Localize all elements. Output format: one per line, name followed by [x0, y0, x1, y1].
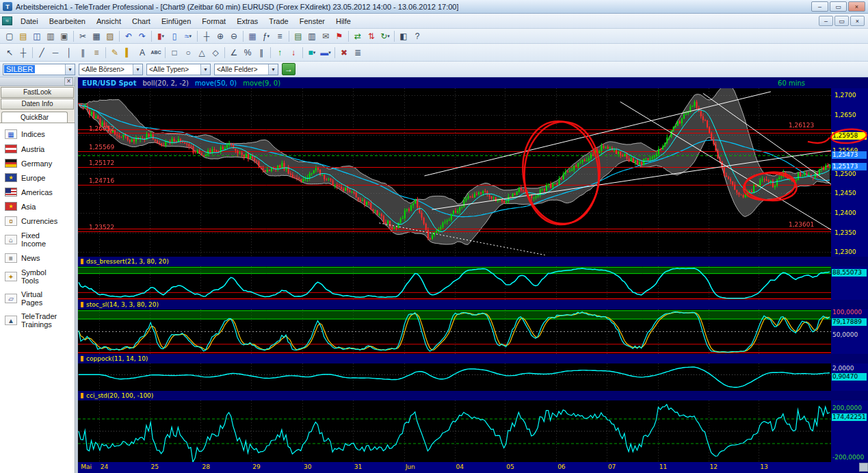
menu-item-chart[interactable]: Chart — [127, 15, 156, 27]
quote-board-icon[interactable]: ▥ — [305, 30, 319, 42]
time-axis[interactable]: Mai242528293031Jun04050607111213 — [78, 462, 868, 473]
connect-icon[interactable]: ⇄ — [351, 30, 365, 42]
refresh-icon[interactable]: ↻▾ — [378, 30, 392, 42]
pencil-tool-icon[interactable]: ✎ — [108, 47, 122, 59]
chevron-down-icon[interactable]: ▾ — [313, 50, 316, 55]
channel-tool-icon[interactable]: ∥ — [76, 47, 90, 59]
type-filter-select[interactable]: <Alle Typen> ▾ — [146, 64, 211, 75]
symbol-search-go-button[interactable]: → — [282, 63, 295, 75]
fastlook-button[interactable]: FastLook — [1, 87, 74, 98]
vertical-line-tool-icon[interactable]: │ — [62, 47, 76, 59]
rectangle-tool-icon[interactable]: □ — [168, 47, 181, 59]
chart-candlestick-icon[interactable]: ▮▾ — [154, 30, 168, 42]
fill-color-icon[interactable]: ■▾ — [305, 47, 319, 59]
quickbar-tab[interactable]: QuickBar — [1, 112, 68, 123]
disconnect-icon[interactable]: ⇅ — [365, 30, 378, 42]
layout-icon[interactable]: ◧ — [397, 30, 410, 42]
redo-icon[interactable]: ↷ — [135, 30, 149, 42]
sidebar-item-asia[interactable]: ★Asia — [0, 199, 75, 214]
chart-area[interactable]: EUR/USD Spot boll(20, 2, -2) move(50, 0)… — [78, 77, 868, 473]
print-preview-icon[interactable]: ▣ — [57, 30, 71, 42]
arrow-down-marker-icon[interactable]: ↓ — [287, 47, 300, 59]
chevron-down-icon[interactable]: ▾ — [189, 34, 192, 39]
open-folder-icon[interactable]: ▤ — [16, 30, 30, 42]
chevron-down-icon[interactable]: ▾ — [267, 34, 270, 39]
close-button[interactable]: × — [848, 1, 865, 12]
parallel-lines-tool-icon[interactable]: ∥ — [254, 47, 268, 59]
chevron-down-icon[interactable]: ▾ — [200, 64, 210, 75]
indicators-icon[interactable]: ƒ▾ — [259, 30, 273, 42]
chevron-down-icon[interactable]: ▾ — [268, 64, 278, 75]
angle-tool-icon[interactable]: ∠ — [227, 47, 241, 59]
resize-grip[interactable] — [859, 463, 868, 472]
new-document-icon[interactable]: ▢ — [3, 30, 16, 42]
sidebar-item-indices[interactable]: ▦Indices — [0, 127, 75, 142]
properties-icon[interactable]: ≣ — [351, 47, 365, 59]
marker-tool-icon[interactable]: ▍ — [122, 47, 135, 59]
pointer-tool-icon[interactable]: ↖ — [3, 47, 16, 59]
undo-icon[interactable]: ↶ — [122, 30, 135, 42]
menu-item-extras[interactable]: Extras — [231, 15, 263, 27]
trend-line-tool-icon[interactable]: ╱ — [35, 47, 49, 59]
watchlist-icon[interactable]: ▤ — [291, 30, 305, 42]
chevron-down-icon[interactable]: ▾ — [65, 64, 75, 75]
menu-item-trade[interactable]: Trade — [263, 15, 293, 27]
chevron-down-icon[interactable]: ▾ — [133, 64, 142, 75]
menu-item-datei[interactable]: Datei — [15, 15, 44, 27]
minimize-button[interactable]: – — [811, 1, 828, 12]
zoom-in-icon[interactable]: ⊕ — [213, 30, 227, 42]
line-color-icon[interactable]: ▬▾ — [319, 47, 332, 59]
help-icon[interactable]: ? — [410, 30, 424, 42]
chevron-down-icon[interactable]: ▾ — [162, 34, 165, 39]
field-filter-select[interactable]: <Alle Felder> ▾ — [214, 64, 278, 75]
mdi-minimize-button[interactable]: – — [819, 16, 833, 26]
triangle-tool-icon[interactable]: △ — [195, 47, 209, 59]
menu-item-format[interactable]: Format — [196, 15, 231, 27]
menu-item-ansicht[interactable]: Ansicht — [91, 15, 127, 27]
sidebar-item-austria[interactable]: Austria — [0, 142, 75, 156]
sidebar-item-currencies[interactable]: ¤Currencies — [0, 214, 75, 229]
crosshair-tool-icon[interactable]: ┼ — [16, 47, 30, 59]
chevron-down-icon[interactable]: ▾ — [387, 34, 390, 39]
menu-item-hilfe[interactable]: Hilfe — [330, 15, 356, 27]
maximize-button[interactable]: ▭ — [830, 1, 847, 12]
object-list-icon[interactable]: ≡ — [273, 30, 287, 42]
save-icon[interactable]: ◫ — [30, 30, 44, 42]
percent-tool-icon[interactable]: % — [241, 47, 254, 59]
delete-object-icon[interactable]: ✖ — [337, 47, 351, 59]
print-icon[interactable]: ▥ — [44, 30, 57, 42]
ellipse-tool-icon[interactable]: ○ — [181, 47, 195, 59]
sidebar-item-americas[interactable]: Americas — [0, 185, 75, 199]
menu-item-einfügen[interactable]: Einfügen — [156, 15, 196, 27]
price-axis[interactable]: 1,27001,26501,26001,25501,25001,24501,24… — [831, 88, 868, 462]
spell-check-icon[interactable]: ABC — [149, 47, 163, 59]
copy-icon[interactable]: ▦ — [90, 30, 103, 42]
sidebar-close-icon[interactable]: × — [64, 77, 73, 86]
exchange-filter-select[interactable]: <Alle Börsen> ▾ — [79, 64, 143, 75]
crosshair-icon[interactable]: ┼ — [200, 30, 213, 42]
polygon-tool-icon[interactable]: ◇ — [209, 47, 222, 59]
daten-info-button[interactable]: Daten Info — [1, 99, 74, 110]
zoom-out-icon[interactable]: ⊖ — [227, 30, 241, 42]
sidebar-item-europe[interactable]: ★Europe — [0, 170, 75, 185]
symbol-search-input[interactable]: SILBER ▾ — [3, 64, 75, 75]
mdi-restore-button[interactable]: ▭ — [834, 16, 849, 26]
horizontal-line-tool-icon[interactable]: ─ — [49, 47, 62, 59]
chart-line-icon[interactable]: ≈▾ — [181, 30, 195, 42]
sidebar-item-symbol-tools[interactable]: ✦Symbol Tools — [0, 266, 75, 287]
sidebar-item-virtual-pages[interactable]: ▱Virtual Pages — [0, 287, 75, 309]
text-tool-icon[interactable]: A — [135, 47, 149, 59]
menu-item-bearbeiten[interactable]: Bearbeiten — [44, 15, 91, 27]
sidebar-item-teletrader-trainings[interactable]: ▲TeleTrader Trainings — [0, 309, 75, 331]
cut-icon[interactable]: ✂ — [76, 30, 90, 42]
chart-bar-icon[interactable]: ▯ — [168, 30, 181, 42]
chevron-down-icon[interactable]: ▾ — [328, 50, 331, 55]
menu-item-fenster[interactable]: Fenster — [294, 15, 330, 27]
arrow-up-marker-icon[interactable]: ↑ — [273, 47, 287, 59]
grid-icon[interactable]: ▦ — [246, 30, 259, 42]
sidebar-item-news[interactable]: ≡News — [0, 251, 75, 266]
news-icon[interactable]: ✉ — [319, 30, 332, 42]
paste-icon[interactable]: ▨ — [103, 30, 117, 42]
fibonacci-tool-icon[interactable]: ≡ — [90, 47, 103, 59]
mdi-close-button[interactable]: × — [850, 16, 865, 26]
